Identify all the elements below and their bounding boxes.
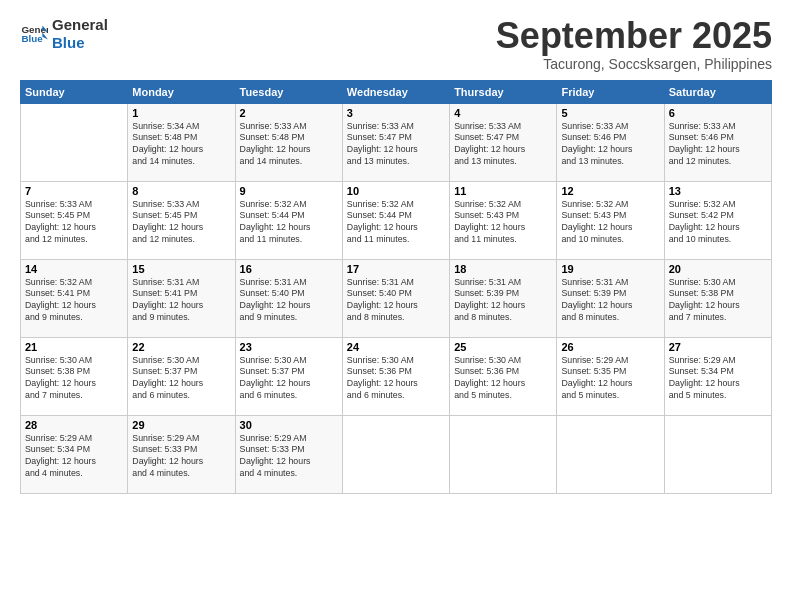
day-number: 5 (561, 107, 659, 119)
calendar-cell: 17Sunrise: 5:31 AMSunset: 5:40 PMDayligh… (342, 259, 449, 337)
day-info: Sunrise: 5:29 AMSunset: 5:33 PMDaylight:… (240, 433, 338, 481)
day-number: 10 (347, 185, 445, 197)
col-header-wednesday: Wednesday (342, 80, 449, 103)
day-info: Sunrise: 5:30 AMSunset: 5:38 PMDaylight:… (669, 277, 767, 325)
day-number: 29 (132, 419, 230, 431)
col-header-monday: Monday (128, 80, 235, 103)
calendar-cell: 12Sunrise: 5:32 AMSunset: 5:43 PMDayligh… (557, 181, 664, 259)
day-info: Sunrise: 5:29 AMSunset: 5:34 PMDaylight:… (25, 433, 123, 481)
day-number: 2 (240, 107, 338, 119)
calendar-cell: 1Sunrise: 5:34 AMSunset: 5:48 PMDaylight… (128, 103, 235, 181)
svg-text:Blue: Blue (21, 33, 43, 44)
day-info: Sunrise: 5:32 AMSunset: 5:44 PMDaylight:… (240, 199, 338, 247)
header-row: SundayMondayTuesdayWednesdayThursdayFrid… (21, 80, 772, 103)
day-number: 30 (240, 419, 338, 431)
day-info: Sunrise: 5:31 AMSunset: 5:41 PMDaylight:… (132, 277, 230, 325)
location: Tacurong, Soccsksargen, Philippines (496, 56, 772, 72)
calendar-cell: 26Sunrise: 5:29 AMSunset: 5:35 PMDayligh… (557, 337, 664, 415)
day-info: Sunrise: 5:33 AMSunset: 5:45 PMDaylight:… (132, 199, 230, 247)
header: General Blue General Blue September 2025… (20, 16, 772, 72)
week-row-3: 14Sunrise: 5:32 AMSunset: 5:41 PMDayligh… (21, 259, 772, 337)
calendar-cell (342, 415, 449, 493)
col-header-saturday: Saturday (664, 80, 771, 103)
day-number: 16 (240, 263, 338, 275)
day-number: 13 (669, 185, 767, 197)
calendar-cell: 15Sunrise: 5:31 AMSunset: 5:41 PMDayligh… (128, 259, 235, 337)
week-row-1: 1Sunrise: 5:34 AMSunset: 5:48 PMDaylight… (21, 103, 772, 181)
day-info: Sunrise: 5:29 AMSunset: 5:33 PMDaylight:… (132, 433, 230, 481)
day-info: Sunrise: 5:30 AMSunset: 5:36 PMDaylight:… (347, 355, 445, 403)
day-number: 18 (454, 263, 552, 275)
day-info: Sunrise: 5:31 AMSunset: 5:40 PMDaylight:… (240, 277, 338, 325)
calendar-cell: 6Sunrise: 5:33 AMSunset: 5:46 PMDaylight… (664, 103, 771, 181)
day-number: 11 (454, 185, 552, 197)
day-number: 28 (25, 419, 123, 431)
day-info: Sunrise: 5:32 AMSunset: 5:43 PMDaylight:… (454, 199, 552, 247)
day-info: Sunrise: 5:32 AMSunset: 5:42 PMDaylight:… (669, 199, 767, 247)
day-info: Sunrise: 5:32 AMSunset: 5:44 PMDaylight:… (347, 199, 445, 247)
logo-general: General (52, 16, 108, 34)
month-title: September 2025 (496, 16, 772, 56)
calendar-cell (557, 415, 664, 493)
calendar-cell: 19Sunrise: 5:31 AMSunset: 5:39 PMDayligh… (557, 259, 664, 337)
calendar-cell: 27Sunrise: 5:29 AMSunset: 5:34 PMDayligh… (664, 337, 771, 415)
page: General Blue General Blue September 2025… (0, 0, 792, 612)
day-number: 6 (669, 107, 767, 119)
week-row-2: 7Sunrise: 5:33 AMSunset: 5:45 PMDaylight… (21, 181, 772, 259)
calendar-cell: 20Sunrise: 5:30 AMSunset: 5:38 PMDayligh… (664, 259, 771, 337)
col-header-sunday: Sunday (21, 80, 128, 103)
calendar-cell: 3Sunrise: 5:33 AMSunset: 5:47 PMDaylight… (342, 103, 449, 181)
day-info: Sunrise: 5:34 AMSunset: 5:48 PMDaylight:… (132, 121, 230, 169)
day-number: 7 (25, 185, 123, 197)
day-number: 17 (347, 263, 445, 275)
logo: General Blue General Blue (20, 16, 108, 52)
day-number: 8 (132, 185, 230, 197)
day-number: 19 (561, 263, 659, 275)
calendar-cell: 5Sunrise: 5:33 AMSunset: 5:46 PMDaylight… (557, 103, 664, 181)
day-number: 27 (669, 341, 767, 353)
calendar-cell: 22Sunrise: 5:30 AMSunset: 5:37 PMDayligh… (128, 337, 235, 415)
calendar-table: SundayMondayTuesdayWednesdayThursdayFrid… (20, 80, 772, 494)
day-number: 4 (454, 107, 552, 119)
day-number: 9 (240, 185, 338, 197)
day-info: Sunrise: 5:33 AMSunset: 5:47 PMDaylight:… (347, 121, 445, 169)
calendar-cell: 8Sunrise: 5:33 AMSunset: 5:45 PMDaylight… (128, 181, 235, 259)
day-info: Sunrise: 5:33 AMSunset: 5:46 PMDaylight:… (561, 121, 659, 169)
col-header-friday: Friday (557, 80, 664, 103)
day-number: 3 (347, 107, 445, 119)
day-number: 21 (25, 341, 123, 353)
day-number: 20 (669, 263, 767, 275)
calendar-cell: 4Sunrise: 5:33 AMSunset: 5:47 PMDaylight… (450, 103, 557, 181)
day-number: 24 (347, 341, 445, 353)
day-info: Sunrise: 5:31 AMSunset: 5:39 PMDaylight:… (561, 277, 659, 325)
calendar-cell: 28Sunrise: 5:29 AMSunset: 5:34 PMDayligh… (21, 415, 128, 493)
col-header-tuesday: Tuesday (235, 80, 342, 103)
day-info: Sunrise: 5:30 AMSunset: 5:37 PMDaylight:… (240, 355, 338, 403)
day-info: Sunrise: 5:33 AMSunset: 5:46 PMDaylight:… (669, 121, 767, 169)
day-info: Sunrise: 5:31 AMSunset: 5:39 PMDaylight:… (454, 277, 552, 325)
day-info: Sunrise: 5:30 AMSunset: 5:38 PMDaylight:… (25, 355, 123, 403)
day-info: Sunrise: 5:29 AMSunset: 5:35 PMDaylight:… (561, 355, 659, 403)
day-info: Sunrise: 5:33 AMSunset: 5:47 PMDaylight:… (454, 121, 552, 169)
day-number: 15 (132, 263, 230, 275)
day-info: Sunrise: 5:30 AMSunset: 5:36 PMDaylight:… (454, 355, 552, 403)
week-row-4: 21Sunrise: 5:30 AMSunset: 5:38 PMDayligh… (21, 337, 772, 415)
day-number: 22 (132, 341, 230, 353)
calendar-cell (21, 103, 128, 181)
day-number: 12 (561, 185, 659, 197)
logo-blue: Blue (52, 34, 108, 52)
calendar-cell: 18Sunrise: 5:31 AMSunset: 5:39 PMDayligh… (450, 259, 557, 337)
calendar-cell: 16Sunrise: 5:31 AMSunset: 5:40 PMDayligh… (235, 259, 342, 337)
calendar-cell (664, 415, 771, 493)
day-number: 25 (454, 341, 552, 353)
calendar-cell: 10Sunrise: 5:32 AMSunset: 5:44 PMDayligh… (342, 181, 449, 259)
day-number: 14 (25, 263, 123, 275)
day-number: 26 (561, 341, 659, 353)
calendar-cell: 21Sunrise: 5:30 AMSunset: 5:38 PMDayligh… (21, 337, 128, 415)
day-number: 23 (240, 341, 338, 353)
logo-icon: General Blue (20, 20, 48, 48)
calendar-cell: 13Sunrise: 5:32 AMSunset: 5:42 PMDayligh… (664, 181, 771, 259)
day-info: Sunrise: 5:32 AMSunset: 5:43 PMDaylight:… (561, 199, 659, 247)
col-header-thursday: Thursday (450, 80, 557, 103)
calendar-cell: 9Sunrise: 5:32 AMSunset: 5:44 PMDaylight… (235, 181, 342, 259)
